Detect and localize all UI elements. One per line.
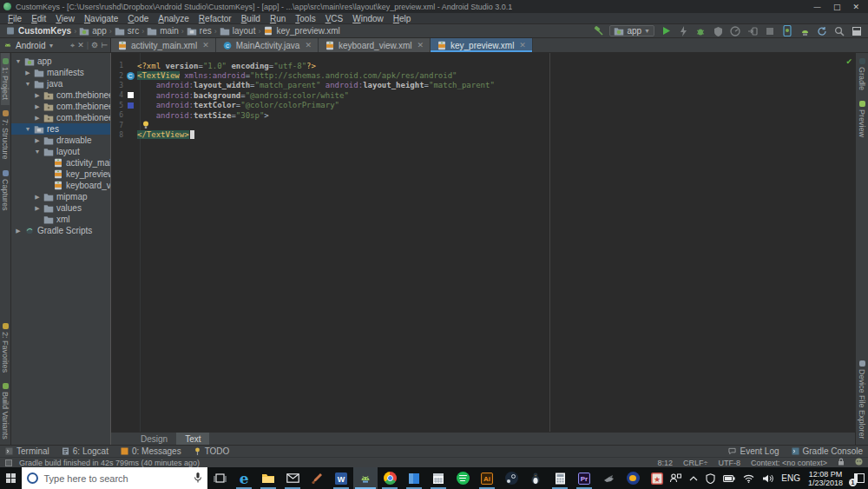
tree-item-res[interactable]: ▼res <box>11 123 110 135</box>
wifi-icon[interactable] <box>743 474 754 483</box>
tree-item-manifests[interactable]: ▶manifests <box>11 67 110 78</box>
tree-item-com-thebioneer-customkeys[interactable]: ▶com.thebioneer.customkeys <box>11 89 110 101</box>
tool-button-captures[interactable]: Captures <box>1 165 10 216</box>
taskbar-app-bird[interactable] <box>596 467 621 489</box>
toolwindow-todo[interactable]: TODO <box>194 446 230 456</box>
tree-expander-icon[interactable]: ▶ <box>24 69 31 76</box>
close-tab-icon[interactable]: ✕ <box>417 41 424 50</box>
tool-button-build-variants[interactable]: Build Variants <box>1 378 10 445</box>
chevron-up-icon[interactable] <box>689 476 698 481</box>
tree-item-app[interactable]: ▼app <box>11 56 110 67</box>
menu-item-file[interactable]: File <box>3 14 26 23</box>
breadcrumb-src[interactable]: src <box>115 26 139 36</box>
code-line-5[interactable]: 5 android:textColor="@color/colorPrimary… <box>111 101 843 110</box>
search-everywhere-icon[interactable] <box>833 25 845 36</box>
start-button[interactable] <box>0 467 22 489</box>
status-item-0[interactable]: 8:12 <box>657 459 673 467</box>
debug-icon[interactable] <box>694 25 707 36</box>
code-line-7[interactable]: 7 <box>111 120 843 129</box>
status-item-1[interactable]: CRLF÷ <box>683 459 707 467</box>
breadcrumb-res[interactable]: res <box>187 26 212 36</box>
taskbar-app-task-view[interactable] <box>207 467 232 489</box>
run-icon[interactable] <box>660 25 672 36</box>
taskbar-app-paint[interactable] <box>305 467 329 489</box>
battery-icon[interactable] <box>723 475 735 482</box>
project-view-selector[interactable]: Android <box>16 41 45 50</box>
toolwindow-toggle-icon[interactable] <box>5 459 12 466</box>
code-line-8[interactable]: 8</TextView> <box>111 130 843 140</box>
profiler-icon[interactable] <box>729 25 741 36</box>
tree-item-xml[interactable]: xml <box>11 214 110 225</box>
tree-item-layout[interactable]: ▼layout <box>11 146 110 157</box>
code-line-4[interactable]: 4 android:background="@android:color/whi… <box>111 90 843 100</box>
taskbar-search[interactable]: Type here to search <box>22 467 207 489</box>
close-tab-icon[interactable]: ✕ <box>202 41 209 50</box>
menu-item-analyze[interactable]: Analyze <box>154 14 194 23</box>
defender-icon[interactable] <box>706 473 715 484</box>
component-gutter-icon[interactable]: C <box>127 72 135 80</box>
tree-expander-icon[interactable]: ▶ <box>34 103 41 110</box>
taskbar-app-premiere[interactable]: Pr <box>572 467 596 489</box>
layout-toggle-icon[interactable] <box>851 25 863 36</box>
sync-gradle-icon[interactable] <box>816 25 828 36</box>
toolwindow-event-log[interactable]: Event Log <box>728 446 779 456</box>
make-hammer-icon[interactable] <box>592 25 604 36</box>
editor-tab-mainactivity-java[interactable]: CMainActivity.java✕ <box>216 38 319 52</box>
tree-expander-icon[interactable]: ▶ <box>34 92 41 99</box>
tree-item-values[interactable]: ▶values <box>11 202 110 214</box>
taskbar-app-penguin[interactable] <box>523 467 548 489</box>
tree-item-key_preview-xml[interactable]: key_preview.xml <box>11 169 110 180</box>
attach-debugger-icon[interactable] <box>746 25 759 36</box>
language-indicator[interactable]: ENG <box>781 473 800 483</box>
code-line-1[interactable]: 1<?xml version="1.0" encoding="utf-8"?> <box>111 61 843 70</box>
tool-button-7-structure[interactable]: 7: Structure <box>1 105 10 165</box>
settings-gear-icon[interactable]: ⚙ <box>91 41 98 50</box>
breadcrumb-layout[interactable]: layout <box>220 26 256 36</box>
breadcrumb-main[interactable]: main <box>147 26 179 36</box>
tool-button-1-project[interactable]: 1: Project <box>1 53 10 105</box>
code-line-2[interactable]: 2C<TextView xmlns:android="http://schema… <box>111 70 843 80</box>
taskbar-app-ball[interactable] <box>621 467 645 489</box>
tree-item-mipmap[interactable]: ▶mipmap <box>11 191 110 202</box>
toolwindow-gradle-console[interactable]: Gradle Console <box>792 446 863 456</box>
color-swatch-blue-icon[interactable] <box>128 102 134 109</box>
menu-item-navigate[interactable]: Navigate <box>80 14 122 23</box>
search-input[interactable]: Type here to search <box>43 473 188 484</box>
volume-icon[interactable] <box>762 474 773 483</box>
breadcrumb-key_preview-xml[interactable]: key_preview.xml <box>263 26 339 36</box>
editor-tab-keyboard_view-xml[interactable]: keyboard_view.xml✕ <box>319 38 431 52</box>
collapse-all-icon[interactable]: ✕ <box>77 41 84 50</box>
intention-bulb-icon[interactable] <box>142 121 149 129</box>
menu-item-refactor[interactable]: Refactor <box>194 14 236 23</box>
tree-item-java[interactable]: ▼java <box>11 78 110 89</box>
taskbar-app-chrome[interactable] <box>378 467 402 489</box>
code-editor[interactable]: 1<?xml version="1.0" encoding="utf-8"?>2… <box>111 53 855 432</box>
tree-expander-icon[interactable]: ▼ <box>24 126 31 132</box>
menu-item-code[interactable]: Code <box>123 14 153 23</box>
taskbar-app-calculator[interactable] <box>548 467 572 489</box>
tree-item-com-thebioneer-customkeys[interactable]: ▶com.thebioneer.customkeys <box>11 101 110 112</box>
close-tab-icon[interactable]: ✕ <box>305 41 312 50</box>
avd-manager-icon[interactable] <box>781 25 793 36</box>
coverage-icon[interactable] <box>712 25 724 36</box>
tool-button-gradle[interactable]: Gradle <box>858 53 866 96</box>
taskbar-app-spotify[interactable] <box>450 467 475 489</box>
menu-item-run[interactable]: Run <box>266 14 290 23</box>
status-item-2[interactable]: UTF-8 <box>718 459 740 467</box>
tree-expander-icon[interactable]: ▶ <box>34 194 41 201</box>
microphone-icon[interactable] <box>194 472 202 486</box>
taskbar-clock[interactable]: 12:08 PM 1/23/2018 <box>808 470 843 487</box>
menu-item-tools[interactable]: Tools <box>291 14 319 23</box>
taskbar-app-edge[interactable]: e <box>232 467 256 489</box>
tree-item-drawable[interactable]: ▶drawable <box>11 135 110 146</box>
tree-expander-icon[interactable]: ▼ <box>15 58 22 64</box>
run-config-selector[interactable]: app▼ <box>609 25 654 36</box>
tree-item-gradle-scripts[interactable]: ▶Gradle Scripts <box>11 225 110 236</box>
menu-item-build[interactable]: Build <box>237 14 265 23</box>
maximize-button[interactable]: □ <box>833 3 841 11</box>
breadcrumb-customkeys[interactable]: CustomKeys <box>5 26 71 36</box>
minimize-button[interactable]: — <box>813 3 821 11</box>
tree-expander-icon[interactable]: ▶ <box>34 205 41 212</box>
people-icon[interactable] <box>669 473 681 483</box>
lock-icon[interactable] <box>838 458 845 467</box>
